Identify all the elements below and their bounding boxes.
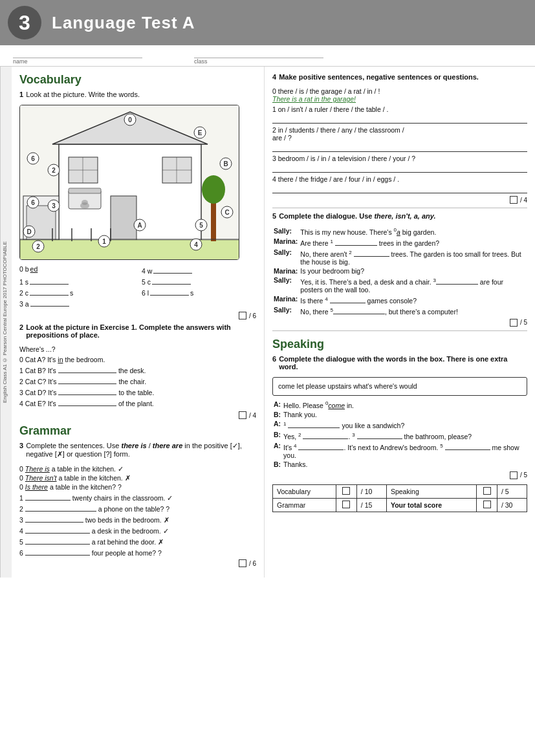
ex5-1-blank[interactable] (335, 237, 377, 246)
word-2-blank[interactable] (30, 287, 69, 296)
ex5-5-blank[interactable] (333, 306, 385, 314)
ex5-marina3-text: Is there 4 games console? (299, 294, 527, 305)
ex4-1-num: 1 on / isn't / a ruler / there / the tab… (272, 105, 388, 113)
word-4-blank[interactable] (153, 265, 192, 274)
section-number: 3 (8, 6, 41, 39)
ex6-row-b1: B: Thank you. (272, 410, 527, 419)
speaking-section: Speaking 6 Complete the dialogue with th… (272, 338, 527, 479)
ex6-row-a3: A: It's 4 . It's next to Andrew's bedroo… (272, 441, 527, 460)
ex4-instruction: Make positive sentences, negative senten… (279, 73, 479, 81)
ex6-4-blank[interactable] (298, 442, 344, 450)
word-1-num: 1 s (19, 278, 28, 286)
ex2-item-2: 2 Cat C? It's the chair. (19, 376, 256, 385)
ex3-5-blank[interactable] (25, 536, 90, 545)
speaking-score-checkbox[interactable] (483, 487, 491, 495)
ex5-4-blank[interactable] (330, 295, 366, 303)
score-table: Vocabulary / 10 Speaking / 5 Grammar / 1… (272, 484, 527, 512)
ex2-2-rest: the chair. (118, 378, 146, 385)
svg-text:C: C (224, 209, 229, 216)
ex4-1-line[interactable] (272, 114, 527, 124)
ex2-2-blank[interactable] (58, 376, 116, 384)
ex6-number: 6 (272, 355, 276, 363)
ex2-1-blank[interactable] (58, 365, 116, 373)
ex5-sally3-speaker: Sally: (272, 275, 299, 294)
ex3-there-are: there are (153, 442, 182, 449)
ex2-checkbox[interactable] (239, 411, 246, 419)
ex3-6-blank[interactable] (25, 547, 90, 556)
ex5-row-marina3: Marina: Is there 4 games console? (272, 294, 527, 305)
word-2-num: 2 c (19, 289, 28, 297)
ex6-checkbox[interactable] (510, 471, 518, 479)
ex4-2-line[interactable] (272, 143, 527, 152)
svg-text:4: 4 (194, 241, 198, 248)
ex4-score: / 4 (272, 196, 527, 204)
ex2-2-num: 2 Cat C? It's (19, 378, 56, 385)
ex2-item-0: 0 Cat A? It's in the bedroom. (19, 356, 256, 363)
total-checkbox[interactable] (477, 498, 497, 512)
exercise-5: 5 Complete the dialogue. Use there, isn'… (272, 212, 527, 327)
svg-text:A: A (137, 222, 142, 229)
ex4-item-2: 2 in / students / there / any / the clas… (272, 126, 527, 152)
ex1-score: / 6 (19, 312, 256, 319)
word-5-blank[interactable] (152, 276, 191, 285)
grammar-section: Grammar 3 Complete the sentences. Use th… (19, 424, 256, 567)
ex4-2-num: 2 in / students / there / any / the clas… (272, 126, 404, 134)
ex3-1-blank[interactable] (25, 492, 71, 501)
word-3-blank[interactable] (30, 298, 69, 307)
ex3-checkbox[interactable] (239, 559, 246, 567)
total-score-checkbox[interactable] (483, 501, 491, 508)
ex6-b3-speaker: B: (272, 460, 282, 469)
ex4-2-are: are / ? (272, 134, 292, 142)
ex2-4-blank[interactable] (58, 398, 116, 406)
ex6-row-a1: A: Hello. Please 0come in. (272, 400, 527, 410)
word-1-blank[interactable] (30, 276, 69, 285)
ex2-0-prep: in (58, 356, 63, 363)
ex4-4-line[interactable] (272, 184, 527, 193)
score-row-2: Grammar / 15 Your total score / 30 (273, 498, 527, 512)
ex6-row-b2: B: Yes, 2 . 3 the bathroom, please? (272, 430, 527, 441)
ex6-1-blank[interactable] (288, 420, 340, 428)
word-fill-grid: 0 bed 4 w 1 s 5 c 2 cs 6 ls (19, 265, 256, 308)
ex5-sally1-speaker: Sally: (272, 226, 299, 237)
ex3-3-blank[interactable] (25, 514, 83, 523)
word-2: 2 cs (19, 287, 134, 297)
vocabulary-section: Vocabulary 1 Look at the picture. Write … (19, 73, 256, 419)
ex5-marina2-text: Is your bedroom big? (299, 266, 527, 275)
ex4-checkbox[interactable] (510, 196, 518, 204)
ex5-3-blank[interactable] (436, 276, 478, 285)
ex3-item-6: 6 four people at home? ? (19, 547, 256, 557)
ex5-row-marina1: Marina: Are there 1 trees in the garden? (272, 237, 527, 248)
word-3-num: 3 a (19, 300, 29, 308)
ex4-0-answer: There is a rat in the garage! (272, 95, 356, 103)
vocab-checkbox[interactable] (336, 484, 357, 498)
ex4-0-num: 0 there / is / the garage / a rat / in /… (272, 87, 380, 95)
word-6-blank[interactable] (150, 287, 189, 296)
ex5-2-blank[interactable] (354, 248, 389, 257)
grammar-score-checkbox[interactable] (342, 501, 350, 508)
ex5-dialogue: Sally: This is my new house. There's 0a … (272, 226, 527, 316)
ex3-4-blank[interactable] (25, 525, 90, 534)
ex6-3-blank[interactable] (357, 431, 402, 439)
total-score: / 30 (497, 498, 527, 512)
speaking-checkbox[interactable] (477, 484, 497, 498)
ex6-2-blank[interactable] (303, 431, 348, 439)
class-line[interactable] (194, 49, 323, 58)
ex4-3-line[interactable] (272, 164, 527, 173)
grammar-checkbox[interactable] (336, 498, 357, 512)
exercise-1: 1 Look at the picture. Write the words. (19, 91, 256, 319)
vocab-score-checkbox[interactable] (342, 487, 350, 495)
ex6-5-blank[interactable] (445, 442, 490, 450)
ex2-item-1: 1 Cat B? It's the desk. (19, 365, 256, 374)
ex5-sally2-speaker: Sally: (272, 248, 299, 266)
ex3-2-blank[interactable] (25, 503, 96, 512)
word-5: 5 c (142, 276, 256, 286)
ex3-item-5: 5 a rat behind the door. ✗ (19, 536, 256, 546)
svg-text:B: B (223, 160, 228, 167)
ex2-3-blank[interactable] (58, 387, 116, 395)
ex1-checkbox[interactable] (239, 312, 246, 319)
ex5-checkbox[interactable] (510, 319, 518, 327)
ex5-row-marina2: Marina: Is your bedroom big? (272, 266, 527, 275)
ex2-4-num: 4 Cat E? It's (19, 400, 56, 407)
name-line[interactable] (13, 49, 142, 58)
ex6-a3-text: It's 4 . It's next to Andrew's bedroom. … (282, 441, 527, 460)
